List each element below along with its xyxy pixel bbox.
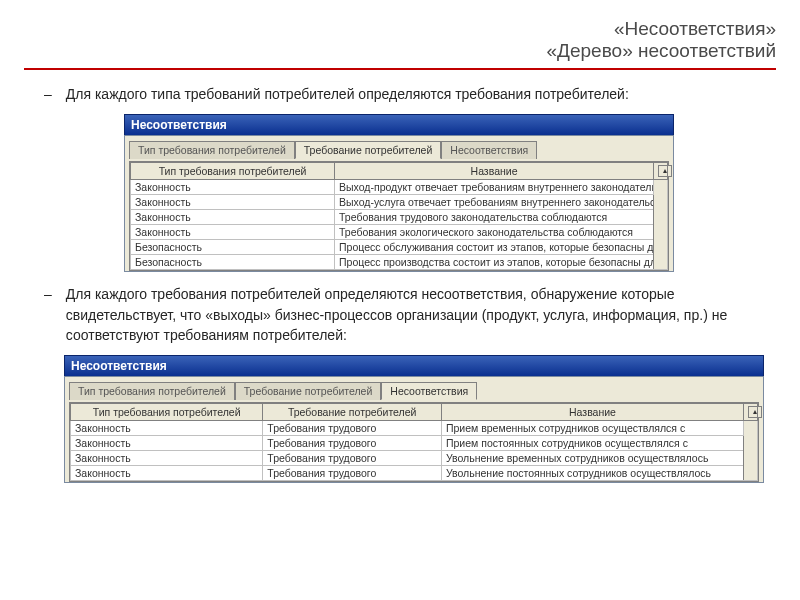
grid-1: Тип требования потребителей Название ▴ З… xyxy=(130,162,668,270)
table-row[interactable]: ЗаконностьТребования трудовогоПрием врем… xyxy=(71,421,758,436)
tab-nonconformity[interactable]: Несоответствия xyxy=(381,382,477,400)
bullet-1: – Для каждого типа требований потребител… xyxy=(44,84,776,104)
tab-type[interactable]: Тип требования потребителей xyxy=(129,141,295,159)
grid1-header-type[interactable]: Тип требования потребителей xyxy=(131,163,335,180)
bullet-1-text: Для каждого типа требований потребителей… xyxy=(66,84,629,104)
scroll-up[interactable]: ▴ xyxy=(744,404,758,421)
scroll-up[interactable]: ▴ xyxy=(654,163,668,180)
title-line-1: «Несоответствия» xyxy=(24,18,776,40)
grid2-header-req[interactable]: Требование потребителей xyxy=(263,404,442,421)
table-row[interactable]: ЗаконностьТребования трудовогоПрием пост… xyxy=(71,436,758,451)
tab-requirement[interactable]: Требование потребителей xyxy=(295,141,442,159)
screenshot-2: Несоответствия Тип требования потребител… xyxy=(64,355,764,483)
window-titlebar: Несоответствия xyxy=(64,355,764,376)
screenshot-1: Несоответствия Тип требования потребител… xyxy=(124,114,674,272)
table-row[interactable]: ЗаконностьВыход-услуга отвечает требован… xyxy=(131,195,668,210)
bullet-2: – Для каждого требования потребителей оп… xyxy=(44,284,776,345)
grid1-header-name[interactable]: Название xyxy=(335,163,654,180)
table-row[interactable]: БезопасностьПроцесс обслуживания состоит… xyxy=(131,240,668,255)
grid2-header-type[interactable]: Тип требования потребителей xyxy=(71,404,263,421)
table-row[interactable]: ЗаконностьТребования трудовогоУвольнение… xyxy=(71,451,758,466)
slide-title: «Несоответствия» «Дерево» несоответствий xyxy=(24,18,776,62)
table-row[interactable]: ЗаконностьТребования трудового законодат… xyxy=(131,210,668,225)
bullet-2-text: Для каждого требования потребителей опре… xyxy=(66,284,776,345)
grid2-header-name[interactable]: Название xyxy=(441,404,743,421)
window-titlebar: Несоответствия xyxy=(124,114,674,135)
scrollbar[interactable] xyxy=(744,421,758,481)
tab-strip: Тип требования потребителей Требование п… xyxy=(69,381,759,399)
table-row[interactable]: БезопасностьПроцесс производства состоит… xyxy=(131,255,668,270)
bullet-dash: – xyxy=(44,84,52,104)
grid-2: Тип требования потребителей Требование п… xyxy=(70,403,758,481)
divider xyxy=(24,68,776,70)
table-row[interactable]: ЗаконностьТребования трудовогоУвольнение… xyxy=(71,466,758,481)
tab-strip: Тип требования потребителей Требование п… xyxy=(129,140,669,158)
tab-requirement[interactable]: Требование потребителей xyxy=(235,382,382,400)
tab-nonconformity[interactable]: Несоответствия xyxy=(441,141,537,159)
table-row[interactable]: ЗаконностьВыход-продукт отвечает требова… xyxy=(131,180,668,195)
bullet-dash: – xyxy=(44,284,52,345)
tab-type[interactable]: Тип требования потребителей xyxy=(69,382,235,400)
table-row[interactable]: ЗаконностьТребования экологического зако… xyxy=(131,225,668,240)
title-line-2: «Дерево» несоответствий xyxy=(24,40,776,62)
scrollbar[interactable] xyxy=(654,180,668,270)
